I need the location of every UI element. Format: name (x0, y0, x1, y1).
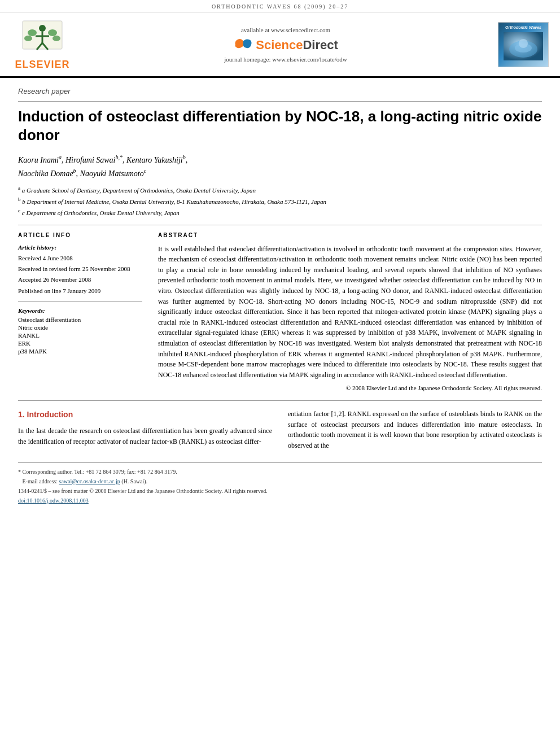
author-naochika: Naochika Domae (18, 169, 73, 178)
sciencedirect-text: ScienceDirect (256, 38, 338, 53)
svg-point-9 (53, 36, 60, 41)
received-date: Received 4 June 2008 (18, 254, 142, 263)
sciencedirect-logo: ScienceDirect (85, 37, 487, 54)
abstract-section-label: ABSTRACT (158, 232, 542, 238)
page-header: ELSEVIER available at www.sciencedirect.… (0, 12, 560, 78)
keywords-label: Keywords: (18, 307, 142, 314)
authors-line: Kaoru Inamia, Hirofumi Sawaib,*, Kentaro… (18, 153, 542, 180)
author-kaoru: Kaoru Inami (18, 156, 59, 164)
sd-icon (233, 37, 253, 54)
doi-line: doi:10.1016/j.odw.2008.11.003 (18, 496, 542, 505)
introduction-section: 1. Introduction In the last decade the r… (18, 409, 542, 451)
journal-cover: Orthodontic Waves (498, 22, 549, 67)
email-link[interactable]: sawai@cc.osaka-dent.ac.jp (59, 478, 120, 484)
intro-left-col: 1. Introduction In the last decade the r… (18, 409, 272, 451)
svg-point-7 (48, 29, 57, 36)
affiliation-a: a a Graduate School of Dentistry, Depart… (18, 185, 542, 195)
intro-right-col: entiation factor [1,2]. RANKL expressed … (288, 409, 542, 451)
content-divider (18, 225, 542, 225)
article-title: Induction of osteoclast differentiation … (18, 107, 542, 144)
abstract-copyright: © 2008 Elsevier Ltd and the Japanese Ort… (158, 385, 542, 391)
intro-left-text: In the last decade the research on osteo… (18, 426, 272, 447)
svg-point-13 (519, 39, 528, 48)
center-header: available at www.sciencedirect.com Scien… (73, 27, 498, 63)
revised-date: Received in revised form 25 November 200… (18, 265, 142, 273)
keywords-divider (18, 301, 142, 302)
journal-top-bar: ORTHODONTIC WAVES 68 (2009) 20–27 (0, 0, 560, 12)
doi-link[interactable]: doi:10.1016/j.odw.2008.11.003 (18, 497, 89, 504)
accepted-date: Accepted 26 November 2008 (18, 276, 142, 284)
journal-cover-art (504, 32, 543, 60)
body-content: 1. Introduction In the last decade the r… (18, 400, 542, 451)
footer: * Corresponding author. Tel.: +81 72 864… (18, 462, 542, 505)
article-history-label: Article history: (18, 244, 142, 251)
svg-point-1 (39, 25, 46, 32)
keyword-4: ERK (18, 340, 142, 347)
published-date: Published on line 7 January 2009 (18, 287, 142, 295)
sd-logo-icon (233, 37, 253, 54)
journal-cover-image (504, 32, 543, 60)
elsevier-tree-icon (20, 18, 65, 58)
corresponding-author-note: * Corresponding author. Tel.: +81 72 864… (18, 468, 542, 476)
available-at-text: available at www.sciencedirect.com (85, 27, 487, 33)
journal-homepage-text: journal homepage: www.elsevier.com/locat… (85, 56, 487, 63)
affiliation-c: c c Department of Orthodontics, Osaka De… (18, 207, 542, 217)
keyword-3: RANKL (18, 332, 142, 339)
article-type-label: Research paper (18, 87, 542, 95)
affiliation-b: b b Department of Internal Medicine, Osa… (18, 196, 542, 206)
author-naoyuki: Naoyuki Matsumoto (80, 169, 144, 178)
journal-bar-text: ORTHODONTIC WAVES 68 (2009) 20–27 (212, 3, 348, 10)
copyright-footer: 1344-0241/$ – see front matter © 2008 El… (18, 487, 542, 495)
title-divider (18, 101, 542, 102)
svg-point-6 (28, 29, 37, 36)
intro-heading: 1. Introduction (18, 409, 272, 421)
abstract-text: It is well established that osteoclast d… (158, 244, 542, 381)
author-hirofumi: Hirofumi Sawai (65, 156, 116, 164)
keyword-2: Nitric oxide (18, 324, 142, 331)
elsevier-logo: ELSEVIER (11, 18, 73, 71)
article-info-section-label: ARTICLE INFO (18, 232, 142, 238)
info-abstract-section: ARTICLE INFO Article history: Received 4… (18, 232, 542, 392)
intro-right-text: entiation factor [1,2]. RANKL expressed … (288, 409, 542, 451)
keyword-5: p38 MAPK (18, 348, 142, 355)
affiliations: a a Graduate School of Dentistry, Depart… (18, 185, 542, 217)
email-note: E-mail address: sawai@cc.osaka-dent.ac.j… (18, 477, 542, 486)
abstract-col: ABSTRACT It is well established that ost… (158, 232, 542, 392)
article-info-col: ARTICLE INFO Article history: Received 4… (18, 232, 142, 392)
svg-point-8 (24, 36, 32, 41)
main-content: Research paper Induction of osteoclast d… (0, 78, 560, 517)
keyword-1: Osteoclast differentiation (18, 316, 142, 323)
elsevier-text: ELSEVIER (15, 59, 69, 71)
author-kentaro: Kentaro Yakushiji (126, 156, 183, 164)
journal-cover-title: Orthodontic Waves (505, 25, 541, 30)
